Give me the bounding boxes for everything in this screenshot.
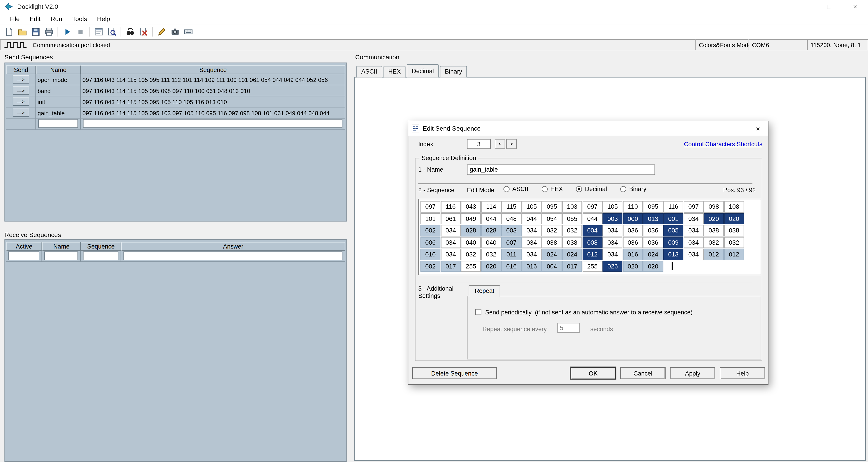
- byte-cell[interactable]: 028: [461, 225, 481, 236]
- byte-cell[interactable]: 017: [562, 261, 582, 272]
- send-sequence-button[interactable]: --->: [12, 76, 29, 84]
- sequence-name-cell[interactable]: band: [36, 85, 81, 96]
- find-icon[interactable]: [123, 26, 137, 38]
- menu-tools[interactable]: Tools: [67, 13, 92, 24]
- byte-cell[interactable]: 009: [663, 237, 683, 248]
- sequence-bytes-cell[interactable]: 097 116 043 114 115 105 095 105 110 105 …: [81, 96, 345, 108]
- byte-cell[interactable]: 097: [683, 201, 704, 212]
- sequence-bytes-cell[interactable]: 097 116 043 114 115 105 095 111 112 101 …: [81, 74, 345, 85]
- byte-cell[interactable]: 017: [441, 261, 461, 272]
- byte-cell[interactable]: 034: [603, 249, 623, 260]
- byte-cell[interactable]: 012: [704, 249, 724, 260]
- byte-cell[interactable]: 116: [663, 201, 683, 212]
- byte-cell[interactable]: 034: [683, 213, 704, 224]
- byte-cell[interactable]: 034: [603, 237, 623, 248]
- menu-help[interactable]: Help: [92, 13, 115, 24]
- sequence-bytes-cell[interactable]: 097 116 043 114 115 105 095 103 097 105 …: [81, 108, 345, 119]
- byte-cell[interactable]: 095: [643, 201, 663, 212]
- snapshot-icon[interactable]: [168, 26, 182, 38]
- byte-cell[interactable]: 024: [542, 249, 562, 260]
- byte-cell[interactable]: 049: [461, 213, 481, 224]
- byte-cell[interactable]: 034: [441, 225, 461, 236]
- new-sequence-bytes-input[interactable]: [83, 119, 342, 128]
- byte-cell[interactable]: 032: [724, 237, 744, 248]
- byte-cell[interactable]: 255: [461, 261, 481, 272]
- byte-cell[interactable]: 001: [663, 213, 683, 224]
- byte-cell[interactable]: 032: [542, 225, 562, 236]
- new-receive-input[interactable]: [44, 252, 78, 260]
- byte-cell[interactable]: 011: [501, 249, 522, 260]
- byte-cell[interactable]: 036: [643, 237, 663, 248]
- byte-cell[interactable]: 048: [501, 213, 522, 224]
- byte-cell[interactable]: 034: [683, 237, 704, 248]
- byte-cell[interactable]: 115: [501, 201, 522, 212]
- index-previous-button[interactable]: <: [495, 139, 505, 149]
- byte-cell[interactable]: 043: [461, 201, 481, 212]
- byte-cell[interactable]: 003: [501, 225, 522, 236]
- byte-cell[interactable]: 116: [441, 201, 461, 212]
- byte-cell[interactable]: 108: [724, 201, 744, 212]
- new-sequence-name-input[interactable]: [38, 119, 78, 128]
- byte-cell[interactable]: 038: [562, 237, 582, 248]
- tab-repeat[interactable]: Repeat: [469, 285, 500, 297]
- byte-cell[interactable]: 114: [481, 201, 501, 212]
- byte-cell[interactable]: 255: [582, 261, 602, 272]
- radio-decimal[interactable]: [576, 186, 582, 192]
- byte-cell[interactable]: 028: [481, 225, 501, 236]
- index-next-button[interactable]: >: [506, 139, 517, 149]
- cancel-button[interactable]: Cancel: [620, 367, 665, 379]
- byte-cell[interactable]: 013: [663, 249, 683, 260]
- byte-cell[interactable]: 034: [603, 225, 623, 236]
- sequence-name-cell[interactable]: oper_mode: [36, 74, 81, 85]
- byte-cell[interactable]: 004: [542, 261, 562, 272]
- repeat-seconds-input[interactable]: 5: [557, 323, 580, 333]
- byte-cell[interactable]: 105: [522, 201, 542, 212]
- tab-ascii[interactable]: ASCII: [356, 66, 382, 78]
- menu-file[interactable]: File: [4, 13, 25, 24]
- byte-cell[interactable]: 013: [643, 213, 663, 224]
- byte-cell[interactable]: 038: [724, 225, 744, 236]
- byte-cell[interactable]: 004: [582, 225, 602, 236]
- byte-cell[interactable]: 016: [522, 261, 542, 272]
- byte-cell[interactable]: 002: [421, 261, 440, 272]
- byte-cell[interactable]: 024: [643, 249, 663, 260]
- byte-cell[interactable]: 020: [704, 213, 724, 224]
- byte-cell[interactable]: 044: [582, 213, 602, 224]
- maximize-button[interactable]: □: [816, 0, 842, 13]
- byte-cell[interactable]: 008: [582, 237, 602, 248]
- sequence-bytes-cell[interactable]: 097 116 043 114 115 105 095 098 097 110 …: [81, 85, 345, 96]
- search-sequence-icon[interactable]: [105, 26, 119, 38]
- edit-mode-option-hex[interactable]: HEX: [541, 185, 563, 192]
- send-sequence-button[interactable]: --->: [12, 86, 29, 95]
- edit-mode-option-decimal[interactable]: Decimal: [576, 185, 607, 192]
- byte-cell[interactable]: 036: [623, 225, 643, 236]
- edit-mode-option-ascii[interactable]: ASCII: [503, 185, 528, 192]
- byte-cell[interactable]: 034: [522, 249, 542, 260]
- save-file-icon[interactable]: [29, 26, 42, 38]
- new-file-icon[interactable]: [2, 26, 16, 38]
- byte-cell[interactable]: 044: [481, 213, 501, 224]
- byte-cell[interactable]: 020: [481, 261, 501, 272]
- help-button[interactable]: Help: [720, 367, 765, 379]
- name-input[interactable]: gain_table: [467, 165, 655, 175]
- sequence-name-cell[interactable]: init: [36, 96, 81, 108]
- byte-cell[interactable]: 044: [522, 213, 542, 224]
- send-sequence-button[interactable]: --->: [12, 97, 29, 106]
- minimize-button[interactable]: –: [790, 0, 816, 13]
- sequence-name-cell[interactable]: gain_table: [36, 108, 81, 119]
- sequence-byte-grid[interactable]: 0971160431141151050951030971051100951160…: [418, 199, 761, 275]
- byte-cell[interactable]: 007: [501, 237, 522, 248]
- byte-cell[interactable]: 012: [582, 249, 602, 260]
- byte-cell[interactable]: 026: [603, 261, 623, 272]
- byte-cell[interactable]: 003: [603, 213, 623, 224]
- new-receive-input[interactable]: [8, 252, 39, 260]
- byte-cell[interactable]: 010: [421, 249, 440, 260]
- stop-communication-icon[interactable]: [73, 26, 87, 38]
- byte-cell[interactable]: 032: [704, 237, 724, 248]
- byte-cell[interactable]: 034: [683, 249, 704, 260]
- byte-cell[interactable]: 024: [562, 249, 582, 260]
- byte-cell[interactable]: 095: [542, 201, 562, 212]
- tab-decimal[interactable]: Decimal: [407, 64, 439, 78]
- radio-hex[interactable]: [541, 186, 548, 192]
- byte-cell[interactable]: 012: [724, 249, 744, 260]
